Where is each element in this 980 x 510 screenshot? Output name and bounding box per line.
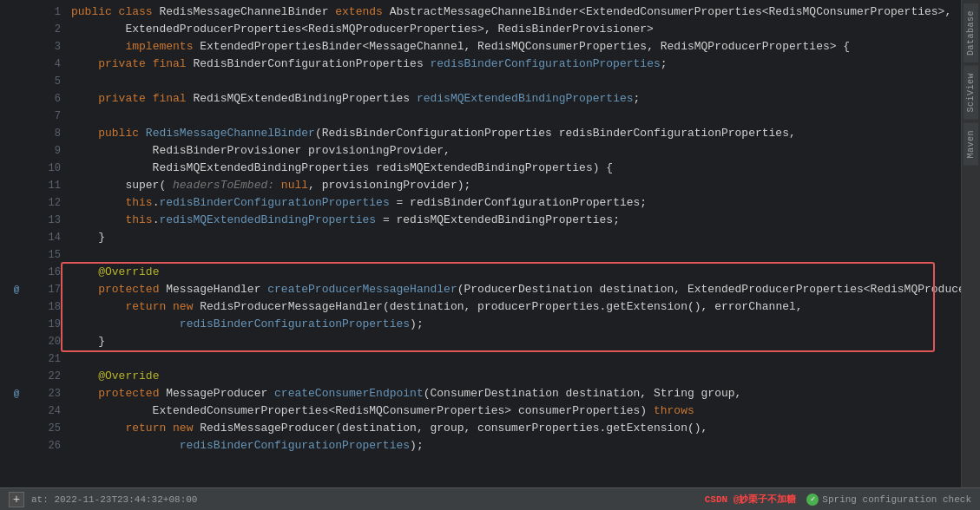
line-content: this.redisMQExtendedBindingProperties = … <box>71 212 954 229</box>
code-token: null <box>281 179 308 192</box>
code-line: 26 redisBinderConfigurationProperties); <box>0 437 961 454</box>
code-token: @Override <box>98 369 159 382</box>
sidebar-tab-sciview[interactable]: SciView <box>964 66 978 120</box>
code-token: redisBinderConfigurationProperties <box>159 196 389 209</box>
code-line: 8 public RedisMessageChannelBinder(Redis… <box>0 125 961 142</box>
code-line: 2 ExtendedProducerProperties<RedisMQProd… <box>0 21 961 38</box>
code-token: (ProducerDestination destination, Extend… <box>457 283 742 296</box>
code-token: redisMQExtendedBindingProperties <box>159 213 376 226</box>
code-line: 1public class RedisMessageChannelBinder … <box>0 3 961 21</box>
line-number: 1 <box>30 3 61 21</box>
line-content: public class RedisMessageChannelBinder e… <box>71 3 954 21</box>
code-token: createConsumerEndpoint <box>274 387 424 400</box>
line-number: 5 <box>30 73 61 90</box>
code-line: 21 <box>0 350 961 368</box>
line-content: this.redisBinderConfigurationProperties … <box>71 194 954 212</box>
line-content: return new RedisMessageProducer(destinat… <box>71 420 954 437</box>
line-content: return new RedisProducerMessageHandler(d… <box>71 298 954 316</box>
add-tab-button[interactable]: + <box>9 492 24 507</box>
code-token: extends <box>335 5 389 18</box>
code-line: 11 super( headersToEmbed: null, provisio… <box>0 177 961 194</box>
code-token: this <box>125 196 152 209</box>
editor-container: 1public class RedisMessageChannelBinder … <box>0 0 980 510</box>
line-number: 9 <box>30 142 61 160</box>
line-number: 10 <box>30 160 61 177</box>
code-line: @17 protected MessageHandler createProdu… <box>0 281 961 298</box>
line-content: @Override <box>71 264 954 281</box>
line-number: 2 <box>30 21 61 38</box>
code-line: 25 return new RedisMessageProducer(desti… <box>0 420 961 437</box>
code-line: 13 this.redisMQExtendedBindingProperties… <box>0 212 961 229</box>
line-content: private final RedisMQExtendedBindingProp… <box>71 90 954 108</box>
code-token <box>71 265 98 278</box>
line-number: 3 <box>30 38 61 56</box>
line-number: 13 <box>30 212 61 229</box>
bottom-left: + at: 2022-11-23T23:44:32+08:00 <box>9 492 197 507</box>
code-token: RedisMessageChannelBinder <box>159 5 335 18</box>
line-content: implements ExtendedPropertiesBinder<Mess… <box>71 38 954 56</box>
watermark-label: CSDN @妙栗子不加糖 <box>705 493 797 506</box>
code-line: 6 private final RedisMQExtendedBindingPr… <box>0 90 961 108</box>
line-content: RedisBinderProvisioner provisioningProvi… <box>71 142 954 160</box>
code-token: RedisBinderConfigurationProperties <box>193 57 430 70</box>
code-line: 20 } <box>0 333 961 350</box>
code-token: RedisProducerMessageHandler <box>200 300 383 313</box>
code-token: new <box>173 300 200 313</box>
code-token <box>71 300 125 313</box>
code-token: createProducerMessageHandler <box>267 283 457 296</box>
code-token: Channel, <box>748 300 802 313</box>
code-line: 19 redisBinderConfigurationProperties); <box>0 316 961 333</box>
code-token <box>71 387 98 400</box>
code-token: ProducerProperties<RedisMQProducer <box>741 283 961 296</box>
line-number: 19 <box>30 316 61 333</box>
code-token: (RedisBinderConfigurationProperties redi… <box>315 127 796 140</box>
code-token: ExtendedProducerProperties<RedisMQProduc… <box>71 23 654 36</box>
timestamp-label: at: 2022-11-23T23:44:32+08:00 <box>31 494 197 505</box>
right-sidebar: Database SciView Maven <box>961 0 980 510</box>
line-number: 21 <box>30 350 61 368</box>
code-token: (destination, producerProperties.getExte… <box>383 300 748 313</box>
code-token: implements <box>125 40 200 53</box>
line-content: redisBinderConfigurationProperties); <box>71 316 954 333</box>
code-line: 3 implements ExtendedPropertiesBinder<Me… <box>0 38 961 56</box>
code-token: RedisMQExtendedBindingProperties redisMQ… <box>71 161 613 174</box>
line-number: 16 <box>30 264 61 281</box>
code-token <box>71 92 98 105</box>
line-number: 24 <box>30 402 61 420</box>
code-token: super( <box>71 179 166 192</box>
line-content: ExtendedConsumerProperties<RedisMQConsum… <box>71 402 954 420</box>
line-content: @Override <box>71 368 954 385</box>
code-token: throws <box>654 404 694 417</box>
code-token <box>71 127 98 140</box>
code-token: = redisBinderConfigurationProperties; <box>390 196 647 209</box>
code-token: return <box>125 300 173 313</box>
spring-check-item: ✓ Spring configuration check <box>806 494 971 506</box>
code-token: private final <box>98 57 193 70</box>
line-content: } <box>71 229 954 246</box>
line-number: 17 <box>30 281 61 298</box>
sidebar-tab-database[interactable]: Database <box>964 3 978 62</box>
line-content: super( headersToEmbed: null, provisionin… <box>71 177 954 194</box>
code-token: , provisioningProvider); <box>308 179 470 192</box>
code-token: = redisMQExtendedBindingProperties; <box>376 213 620 226</box>
code-token <box>71 57 98 70</box>
code-token: MessageProducer <box>166 387 274 400</box>
sidebar-tab-maven[interactable]: Maven <box>964 123 978 166</box>
gutter-area: @ <box>7 281 26 298</box>
code-token: protected <box>98 283 166 296</box>
line-content: protected MessageHandler createProducerM… <box>71 281 961 298</box>
line-number: 7 <box>30 108 61 125</box>
code-area[interactable]: 1public class RedisMessageChannelBinder … <box>0 0 961 510</box>
code-token <box>71 317 180 330</box>
code-token: RedisMessageProducer <box>200 422 335 435</box>
line-number: 26 <box>30 437 61 454</box>
code-token: this <box>125 213 152 226</box>
code-token: ; <box>634 92 641 105</box>
code-token: ); <box>410 439 424 452</box>
code-line: 9 RedisBinderProvisioner provisioningPro… <box>0 142 961 160</box>
code-line: 24 ExtendedConsumerProperties<RedisMQCon… <box>0 402 961 420</box>
line-number: 11 <box>30 177 61 194</box>
bottom-bar: + at: 2022-11-23T23:44:32+08:00 CSDN @妙栗… <box>0 487 980 510</box>
code-line: 7 <box>0 108 961 125</box>
code-token: public <box>98 127 146 140</box>
